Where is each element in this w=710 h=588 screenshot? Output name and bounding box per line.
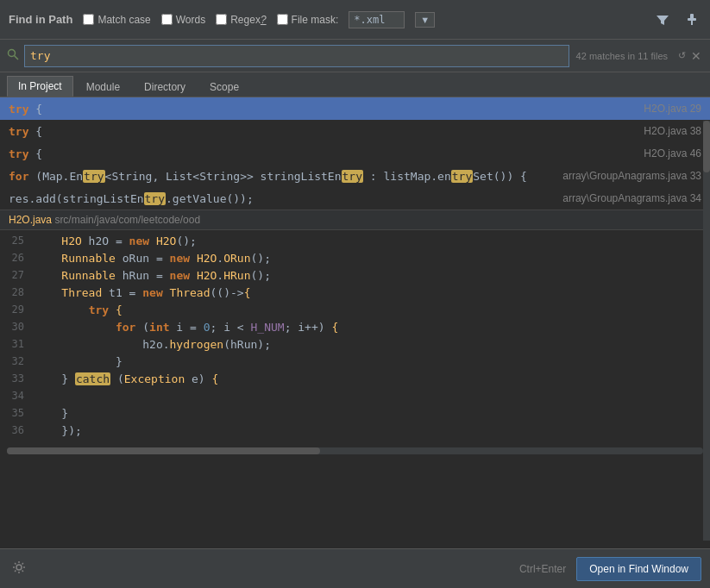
preview-path: src/main/java/com/leetcode/ood [54,214,200,226]
line-content: h2o.hydrogen(hRun); [35,338,710,351]
filter-icon [657,14,669,26]
line-content: for (int i = 0; i < H_NUM; i++) { [35,321,710,334]
file-mask-option[interactable]: File mask: [277,14,339,26]
svg-rect-2 [688,18,696,21]
regex-checkbox[interactable] [216,14,227,25]
search-input[interactable] [24,45,569,67]
bottom-bar: Ctrl+Enter Open in Find Window [0,548,710,588]
result-code: try { [9,103,635,116]
svg-point-6 [16,565,22,570]
file-mask-dropdown[interactable]: ▼ [415,12,435,28]
match-count: 42 matches in 11 files [569,51,675,61]
result-file: array\GroupAnagrams.java 33 [554,170,701,182]
dialog-title: Find in Path [9,13,72,26]
regex-label: Regex? [230,14,266,26]
code-line: 36 }); [0,423,710,441]
result-code: try { [9,147,635,160]
result-file: array\GroupAnagrams.java 34 [554,192,701,204]
search-icon [7,48,19,63]
line-number: 33 [0,372,35,385]
scrollbar-thumb[interactable] [7,447,320,454]
code-line: 33 } catch (Exception e) { [0,372,710,389]
svg-line-5 [15,56,19,60]
code-line: 25 H2O h2O = new H2O(); [0,234,710,251]
code-line: 35 } [0,406,710,423]
search-bar: 42 matches in 11 files ↺ ✕ [0,40,710,72]
line-content [35,390,710,403]
reset-filter-button[interactable]: ↺ [675,48,689,63]
match-case-label: Match case [97,14,150,26]
result-row[interactable]: for (Map.Entry<String, List<String>> str… [0,165,710,187]
result-row[interactable]: try { H2O.java 29 [0,97,710,120]
regex-option[interactable]: Regex? [216,14,266,26]
code-line: 32 } [0,354,710,372]
code-line: 31 h2o.hydrogen(hRun); [0,337,710,354]
line-number: 35 [0,407,35,419]
match-case-option[interactable]: Match case [83,14,150,26]
file-mask-checkbox[interactable] [277,14,288,25]
settings-button[interactable] [9,557,29,580]
result-row[interactable]: res.add(stringListEntry.getValue()); arr… [0,187,710,210]
code-preview: H2O.java src/main/java/com/leetcode/ood … [0,210,710,454]
tab-directory[interactable]: Directory [133,76,197,97]
line-number: 27 [0,269,35,281]
code-line: 30 for (int i = 0; i < H_NUM; i++) { [0,320,710,337]
file-mask-input[interactable] [349,11,405,28]
line-number: 34 [0,390,35,402]
svg-marker-0 [657,16,669,25]
file-path-bar: H2O.java src/main/java/com/leetcode/ood [0,210,710,230]
code-line: 26 Runnable oRun = new H2O.ORun(); [0,251,710,268]
line-number: 31 [0,338,35,350]
words-checkbox[interactable] [161,14,173,25]
vertical-scrollbar-thumb[interactable] [703,121,710,172]
code-line: 28 Thread t1 = new Thread(()->{ [0,285,710,303]
gear-icon [12,560,26,574]
code-area: 25 H2O h2O = new H2O(); 26 Runnable oRun… [0,230,710,444]
line-number: 36 [0,424,35,436]
pin-icon [686,14,698,26]
words-option[interactable]: Words [161,14,205,26]
result-row[interactable]: try { H2O.java 46 [0,142,710,165]
shortcut-hint: Ctrl+Enter [519,563,566,575]
line-content: } catch (Exception e) { [35,372,710,385]
code-line: 34 [0,389,710,406]
horizontal-scrollbar[interactable] [7,447,703,454]
line-content: Runnable oRun = new H2O.ORun(); [35,252,710,265]
scope-tabs: In Project Module Directory Scope [0,72,710,97]
top-bar: Find in Path Match case Words Regex? Fil… [0,0,710,40]
svg-point-4 [9,50,16,57]
tab-in-project[interactable]: In Project [7,76,73,97]
line-number: 30 [0,321,35,333]
line-content: }); [35,424,710,437]
svg-rect-3 [691,21,693,25]
result-code: try { [9,125,635,138]
vertical-scrollbar-track[interactable] [703,121,710,541]
result-file: H2O.java 46 [635,147,701,160]
line-number: 25 [0,235,35,247]
results-list: try { H2O.java 29 try { H2O.java 38 try … [0,97,710,210]
match-case-checkbox[interactable] [83,14,94,25]
line-content: H2O h2O = new H2O(); [35,235,710,247]
line-number: 26 [0,252,35,264]
preview-filename: H2O.java [9,214,52,226]
tab-scope[interactable]: Scope [198,76,250,97]
line-number: 29 [0,303,35,316]
tab-module[interactable]: Module [75,76,131,97]
line-content: Runnable hRun = new H2O.HRun(); [35,269,710,282]
result-file: H2O.java 29 [635,103,701,115]
line-content: try { [35,303,710,316]
line-content: } [35,407,710,420]
result-code: res.add(stringListEntry.getValue()); [9,192,554,205]
code-line: 29 try { [0,303,710,320]
result-code: for (Map.Entry<String, List<String>> str… [9,170,554,183]
line-content: } [35,355,710,368]
file-mask-label: File mask: [292,14,339,26]
line-number: 32 [0,355,35,367]
result-file: H2O.java 38 [635,125,701,137]
words-label: Words [176,14,205,26]
result-row[interactable]: try { H2O.java 38 [0,120,710,142]
pin-button[interactable] [682,12,701,28]
open-in-find-window-button[interactable]: Open in Find Window [576,557,701,581]
clear-search-button[interactable]: ✕ [689,47,703,65]
filter-button[interactable] [653,12,672,28]
